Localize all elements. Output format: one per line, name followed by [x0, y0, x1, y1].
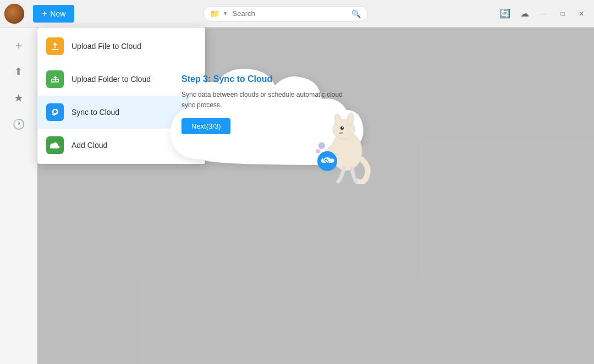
- svg-rect-0: [52, 49, 58, 50]
- maximize-button[interactable]: □: [554, 5, 571, 22]
- sync-icon: [46, 103, 64, 121]
- titlebar: + New 📁 ▼ 🔍 🔄 ☁ — □ ✕: [0, 0, 594, 27]
- upload-file-icon: [46, 37, 64, 55]
- sidebar-item-add[interactable]: ＋: [7, 33, 31, 57]
- search-bar: 📁 ▼ 🔍: [203, 6, 368, 21]
- sidebar-item-favorites[interactable]: ★: [7, 86, 31, 110]
- sync-to-cloud-label: Sync to Cloud: [72, 108, 119, 117]
- new-button-label: New: [50, 9, 65, 18]
- add-cloud-label: Add Cloud: [72, 141, 107, 150]
- add-icon: ＋: [13, 38, 24, 53]
- minimize-button[interactable]: —: [536, 5, 552, 22]
- avatar[interactable]: [4, 4, 24, 24]
- cloud-upload-button[interactable]: ☁: [516, 5, 534, 23]
- sidebar: ＋ ⬆ ★ 🕐: [0, 27, 37, 364]
- svg-point-5: [340, 126, 344, 130]
- search-area: 📁 ▼ 🔍: [74, 6, 496, 21]
- upload-file-label: Upload File to Cloud: [72, 42, 141, 51]
- sidebar-item-share[interactable]: ⬆: [7, 59, 31, 84]
- svg-point-10: [316, 149, 320, 153]
- cloud-upload-icon: ☁: [520, 8, 529, 19]
- share-icon: ⬆: [14, 65, 23, 78]
- search-button[interactable]: 🔍: [351, 9, 361, 18]
- sync-status-icon: 🔄: [499, 8, 510, 19]
- svg-point-7: [339, 132, 343, 134]
- search-input[interactable]: [233, 9, 347, 18]
- files-icon: 📁: [210, 9, 219, 18]
- tooltip-title: Step 3: Sync to Cloud: [182, 74, 346, 84]
- kangaroo-illustration: [314, 96, 380, 184]
- dropdown-arrow[interactable]: ▼: [223, 10, 228, 16]
- star-icon: ★: [14, 91, 24, 104]
- new-button[interactable]: + New: [33, 5, 74, 23]
- upload-folder-icon: [46, 70, 64, 88]
- add-cloud-icon: [46, 136, 64, 154]
- clock-icon: 🕐: [13, 118, 25, 130]
- svg-point-6: [342, 127, 343, 128]
- upload-folder-label: Upload Folder to Cloud: [72, 75, 151, 84]
- search-bar-left: 📁 ▼: [210, 9, 228, 18]
- sync-status-button[interactable]: 🔄: [496, 5, 514, 23]
- titlebar-left: + New: [0, 4, 74, 24]
- close-button[interactable]: ✕: [573, 5, 590, 22]
- new-button-plus: +: [42, 9, 47, 19]
- sidebar-item-recent[interactable]: 🕐: [7, 112, 31, 136]
- svg-point-9: [318, 142, 325, 149]
- avatar-image: [4, 4, 24, 24]
- titlebar-right: 🔄 ☁ — □ ✕: [496, 5, 594, 23]
- next-button[interactable]: Next(3/3): [182, 118, 230, 134]
